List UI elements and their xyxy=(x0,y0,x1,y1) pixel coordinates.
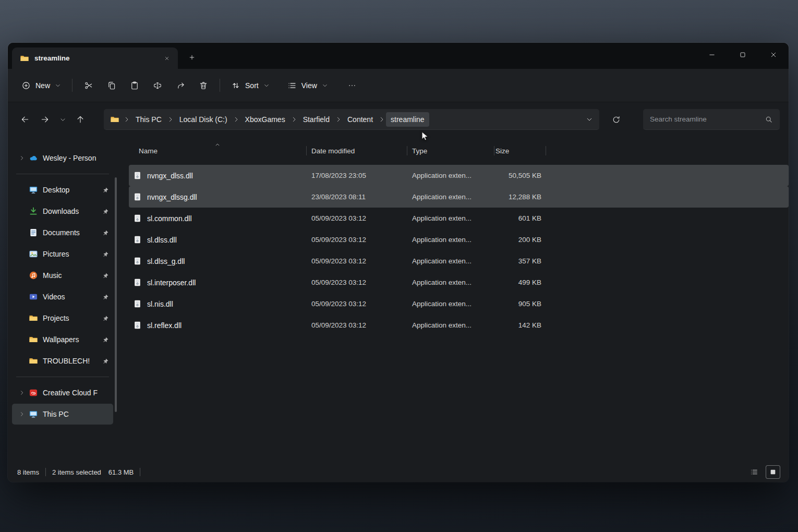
rename-button[interactable] xyxy=(147,76,168,95)
breadcrumb-item-local-disk-c[interactable]: Local Disk (C:) xyxy=(175,112,232,127)
sidebar-item-label: Videos xyxy=(43,293,99,301)
file-type: Application exten... xyxy=(407,172,494,179)
paste-button[interactable] xyxy=(124,76,145,95)
sidebar-item-desktop[interactable]: Desktop xyxy=(12,179,113,200)
file-size: 142 KB xyxy=(494,321,546,329)
file-name: sl.common.dll xyxy=(147,214,192,223)
copy-icon xyxy=(107,81,116,90)
breadcrumb-item-starfield[interactable]: Starfield xyxy=(298,112,334,127)
breadcrumb-item-streamline[interactable]: streamline xyxy=(386,112,429,127)
file-row-sl-reflex-dll[interactable]: sl.reflex.dll 05/09/2023 03:12 Applicati… xyxy=(129,315,789,336)
view-button[interactable]: View xyxy=(281,76,334,95)
breadcrumb-chevron-icon xyxy=(167,116,174,123)
new-button[interactable]: New xyxy=(15,76,67,95)
folder-icon xyxy=(20,54,29,63)
dll-file-icon xyxy=(133,278,142,287)
up-button[interactable] xyxy=(70,110,90,129)
tab-bar: streamline xyxy=(8,43,789,69)
sidebar-item-label: Creative Cloud F xyxy=(43,389,109,397)
close-icon xyxy=(769,51,778,59)
refresh-button[interactable] xyxy=(607,110,625,129)
file-row-sl-interposer-dll[interactable]: sl.interposer.dll 05/09/2023 03:12 Appli… xyxy=(129,272,789,293)
cut-button[interactable] xyxy=(78,76,99,95)
sidebar-item-wallpapers[interactable]: Wallpapers xyxy=(12,329,113,350)
column-header-date-modified[interactable]: Date modified xyxy=(306,142,407,160)
back-button[interactable] xyxy=(15,110,35,129)
address-bar[interactable]: This PC Local Disk (C:) XboxGames Starfi… xyxy=(104,109,599,130)
file-type: Application exten... xyxy=(407,300,494,308)
sidebar-item-videos[interactable]: Videos xyxy=(12,286,113,307)
pin-icon xyxy=(102,187,109,194)
copy-button[interactable] xyxy=(101,76,122,95)
explorer-tab[interactable]: streamline xyxy=(12,47,178,69)
chevron-down-icon xyxy=(59,116,66,123)
file-row-sl-dlss-g-dll[interactable]: sl.dlss_g.dll 05/09/2023 03:12 Applicati… xyxy=(129,250,789,272)
new-tab-button[interactable] xyxy=(183,49,201,66)
plus-icon xyxy=(188,54,196,61)
search-icon[interactable] xyxy=(765,115,773,124)
sort-icon xyxy=(231,81,240,90)
search-input[interactable] xyxy=(650,115,760,123)
sidebar-item-downloads[interactable]: Downloads xyxy=(12,201,113,222)
toolbar-divider xyxy=(220,79,220,92)
see-more-button[interactable] xyxy=(342,76,362,95)
sidebar: Wesley - Person Desktop Downloads Docume… xyxy=(8,137,117,462)
file-list-body: nvngx_dlss.dll 17/08/2023 23:05 Applicat… xyxy=(129,165,789,336)
pin-icon xyxy=(102,208,109,215)
maximize-button[interactable] xyxy=(727,43,758,66)
tab-title: streamline xyxy=(34,54,155,62)
sidebar-item-this-pc[interactable]: This PC xyxy=(12,404,113,425)
minimize-button[interactable] xyxy=(696,43,727,66)
share-button[interactable] xyxy=(170,76,191,95)
view-list-icon xyxy=(287,81,297,90)
delete-button[interactable] xyxy=(193,76,214,95)
file-name: sl.nis.dll xyxy=(147,300,173,308)
sidebar-item-troublech[interactable]: TROUBLECH! xyxy=(12,350,113,371)
recent-locations-button[interactable] xyxy=(55,110,70,129)
breadcrumb-item-content[interactable]: Content xyxy=(343,112,378,127)
file-date-modified: 05/09/2023 03:12 xyxy=(306,236,407,244)
folder-icon xyxy=(29,313,38,323)
file-size: 601 KB xyxy=(494,214,546,222)
column-header-type[interactable]: Type xyxy=(407,142,494,160)
file-date-modified: 05/09/2023 03:12 xyxy=(306,279,407,286)
tab-close-button[interactable] xyxy=(160,52,174,65)
folder-icon xyxy=(29,356,38,366)
large-icons-view-button[interactable] xyxy=(766,465,780,479)
file-size: 357 KB xyxy=(494,257,546,265)
details-view-button[interactable] xyxy=(747,465,761,479)
sort-button[interactable]: Sort xyxy=(225,76,276,95)
file-date-modified: 05/09/2023 03:12 xyxy=(306,257,407,265)
file-row-nvngx-dlssg-dll[interactable]: nvngx_dlssg.dll 23/08/2023 08:11 Applica… xyxy=(129,186,789,208)
address-dropdown-icon[interactable] xyxy=(586,116,593,123)
folder-icon xyxy=(29,335,38,344)
sidebar-scrollbar[interactable] xyxy=(115,177,117,412)
toolbar-divider xyxy=(72,79,72,92)
chevron-down-icon xyxy=(263,82,270,89)
column-header-name[interactable]: Name xyxy=(129,142,306,160)
breadcrumb-item-xboxgames[interactable]: XboxGames xyxy=(240,112,290,127)
item-count: 8 items xyxy=(17,468,39,476)
forward-arrow-icon xyxy=(40,115,50,124)
breadcrumb-item-this-pc[interactable]: This PC xyxy=(131,112,166,127)
plus-circle-icon xyxy=(21,81,31,90)
file-row-sl-nis-dll[interactable]: sl.nis.dll 05/09/2023 03:12 Application … xyxy=(129,293,789,315)
file-row-nvngx-dlss-dll[interactable]: nvngx_dlss.dll 17/08/2023 23:05 Applicat… xyxy=(129,165,789,186)
sidebar-item-onedrive[interactable]: Wesley - Person xyxy=(12,148,113,168)
navigation-bar: This PC Local Disk (C:) XboxGames Starfi… xyxy=(8,102,789,137)
close-window-button[interactable] xyxy=(758,43,789,66)
file-size: 12,288 KB xyxy=(494,193,546,201)
sidebar-item-music[interactable]: Music xyxy=(12,265,113,286)
status-divider xyxy=(45,468,46,476)
sidebar-item-pictures[interactable]: Pictures xyxy=(12,244,113,264)
pin-icon xyxy=(102,294,109,300)
forward-button[interactable] xyxy=(35,110,55,129)
sidebar-item-documents[interactable]: Documents xyxy=(12,222,113,243)
column-header-size[interactable]: Size xyxy=(494,142,546,160)
search-box xyxy=(643,109,780,130)
file-row-sl-dlss-dll[interactable]: sl.dlss.dll 05/09/2023 03:12 Application… xyxy=(129,229,789,250)
file-date-modified: 05/09/2023 03:12 xyxy=(306,214,407,222)
sidebar-item-projects[interactable]: Projects xyxy=(12,308,113,329)
file-row-sl-common-dll[interactable]: sl.common.dll 05/09/2023 03:12 Applicati… xyxy=(129,208,789,229)
sidebar-item-creative-cloud[interactable]: Creative Cloud F xyxy=(12,382,113,403)
